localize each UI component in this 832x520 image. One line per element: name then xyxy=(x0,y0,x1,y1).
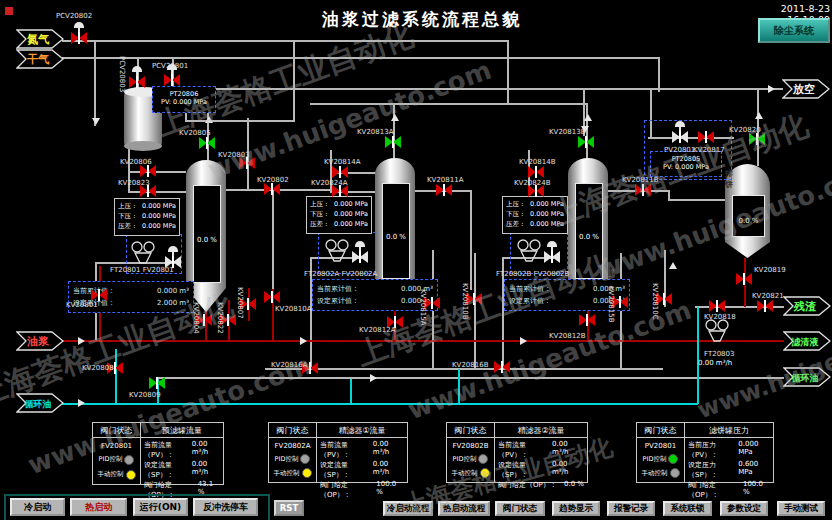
valve-stem-bar xyxy=(339,166,341,178)
valve-kv20811b[interactable] xyxy=(635,184,651,196)
pid-control-indicator[interactable]: PID控制 xyxy=(275,454,311,464)
valve-kv20818[interactable] xyxy=(709,300,725,312)
pid-control-indicator[interactable]: PID控制 xyxy=(643,454,679,464)
control-mode-column: FV20801PID控制手动控制 xyxy=(93,438,141,484)
valve-kv20801[interactable] xyxy=(91,289,107,301)
cold-start-flow-button[interactable]: 冷启动流程 xyxy=(383,501,433,516)
manual-control-indicator[interactable]: 手动控制 xyxy=(642,468,680,478)
pressure-row: 上压：0.000 MPa xyxy=(310,199,368,209)
actuator-stem xyxy=(359,247,361,251)
valve-stem-bar xyxy=(443,184,445,196)
manual-test-button[interactable]: 手动测试 xyxy=(777,501,825,516)
valve-stem-bar xyxy=(473,293,475,305)
value-label: 阀门给定（OP）： xyxy=(688,480,743,500)
backflush-stop-button[interactable]: 反冲洗停车 xyxy=(193,498,258,516)
valve-shape xyxy=(717,300,725,312)
valve-stem-bar xyxy=(247,298,249,310)
valve-shape xyxy=(643,184,651,196)
valve-kv20806[interactable] xyxy=(140,165,156,177)
run-on-button[interactable]: 运行(ON) xyxy=(133,498,188,516)
valve-kv20811a[interactable] xyxy=(436,184,452,196)
valve-kv20809[interactable] xyxy=(149,377,165,389)
kv20806-label: KV20806 xyxy=(120,158,152,166)
pressure-label: 上压： xyxy=(506,199,526,209)
valve-pcv20803[interactable] xyxy=(129,76,145,88)
flow-arrow-icon xyxy=(755,112,763,119)
flow-arrow-icon xyxy=(92,118,100,125)
valve-pv20801[interactable] xyxy=(672,131,688,143)
pid-control-indicator[interactable]: PID控制 xyxy=(453,454,489,464)
flow-arrow-icon xyxy=(370,374,377,382)
dust-system-button[interactable]: 除尘系统 xyxy=(758,18,830,43)
hot-start-button[interactable]: 热启动 xyxy=(70,498,127,516)
pressure-value: 0.000 MPa xyxy=(142,221,176,231)
panel-title: 精滤器①流量 xyxy=(317,423,407,437)
v-inner-window: 0.0 % xyxy=(732,195,765,237)
vessel-dome xyxy=(186,160,226,176)
alarm-record-button[interactable]: 报警记录 xyxy=(607,501,655,516)
valve-kv20805[interactable] xyxy=(199,137,215,149)
valve-kv20814a[interactable] xyxy=(332,166,348,178)
manual-control-indicator[interactable]: 手动控制 xyxy=(274,468,312,478)
pressure-value: 0.000 MPa xyxy=(530,219,564,229)
io-arrow-vent-outlet: 放空 xyxy=(782,79,830,103)
valve-stem-bar xyxy=(716,300,718,312)
valve-kv20812b[interactable] xyxy=(579,314,595,326)
valve-fv20801[interactable] xyxy=(165,256,181,268)
valve-status-button[interactable]: 阀门状态 xyxy=(495,501,545,516)
valve-stem-bar xyxy=(642,184,644,196)
valve-shape xyxy=(99,289,107,301)
value-number: 0.00 m³/h xyxy=(373,440,404,460)
vessel-dome xyxy=(375,158,415,174)
valve-pcv20802[interactable] xyxy=(71,32,87,44)
pipe-line xyxy=(94,40,96,126)
pcv20803-label: PCV20803 xyxy=(118,56,126,92)
valve-fv20802a[interactable] xyxy=(352,251,368,263)
pipe-line xyxy=(185,120,295,122)
valve-tag: FV20802B xyxy=(453,442,489,450)
kv20801-label: KV20801 xyxy=(66,301,98,309)
cold-start-button[interactable]: 冷启动 xyxy=(10,498,65,516)
parameter-setting-button[interactable]: 参数设定 xyxy=(720,501,768,516)
manual-control-indicator[interactable]: 手动控制 xyxy=(98,470,136,480)
trend-display-button[interactable]: 趋势显示 xyxy=(552,501,600,516)
valve-kv20802[interactable] xyxy=(264,183,280,195)
valve-fv20802b[interactable] xyxy=(544,251,560,263)
valve-shape xyxy=(587,314,595,326)
rst-button[interactable]: RST xyxy=(274,500,304,516)
svg-text:循环油: 循环油 xyxy=(791,373,819,383)
valve-kv20816b[interactable] xyxy=(494,361,510,373)
pt-box-pt20806: PT20806PV: 0.000 MPa xyxy=(152,86,216,113)
valve-kv20817[interactable] xyxy=(698,131,714,143)
valve-kv20813a[interactable] xyxy=(385,136,401,148)
panel-values: 当前流量（PV）：0.00 m³/h设定流量（SP）：0.00 m³/h阀门给定… xyxy=(141,438,223,484)
status-panel-body: FV20802APID控制手动控制当前流量（PV）：0.00 m³/h设定流量（… xyxy=(269,438,407,482)
valve-status-header: 阀门状态 xyxy=(637,423,685,437)
value-row: 阀门给定（OP）：100.0 % xyxy=(688,480,770,500)
v-inner-window: 0.0 % xyxy=(193,185,221,283)
valve-shape xyxy=(552,251,560,263)
value-label: 当前流量（PV）： xyxy=(144,440,192,460)
valve-pcv20801[interactable] xyxy=(164,74,180,86)
pid-control-indicator[interactable]: PID控制 xyxy=(99,455,135,465)
pressure-row: 下压：0.000 MPa xyxy=(118,211,176,221)
actuator-dome-icon xyxy=(132,66,142,72)
hot-start-flow-button[interactable]: 热启动流程 xyxy=(438,501,490,516)
status-panel-header: 阀门状态滤饼罐压力 xyxy=(637,423,773,438)
status-panel-3: 阀门状态精滤器②流量FV20802BPID控制手动控制当前流量（PV）：0.00… xyxy=(446,422,588,483)
panel-values: 当前流量（PV）：0.00 m³/h设定流量（SP）：0.00 m³/h阀门给定… xyxy=(317,438,407,482)
system-interlock-button[interactable]: 系统联锁 xyxy=(663,501,712,516)
manual-control-indicator[interactable]: 手动控制 xyxy=(452,468,490,478)
valve-kv20813b[interactable] xyxy=(578,136,594,148)
valve-kv20819[interactable] xyxy=(736,273,752,285)
status-panel-body: FV20801PID控制手动控制当前流量（PV）：0.00 m³/h设定流量（S… xyxy=(93,438,223,484)
valve-kv20820[interactable] xyxy=(749,133,765,145)
valve-stem-bar xyxy=(206,137,208,149)
panel-values: 当前压力（PV）：0.000 MPa设定压力（SP）：0.600 MPa阀门给定… xyxy=(685,438,773,482)
valve-kv20810a[interactable] xyxy=(264,291,280,303)
vessel-level-value: 0.0 % xyxy=(194,236,220,244)
valve-shape xyxy=(172,74,180,86)
valve-stem-bar xyxy=(764,300,766,312)
valve-kv20821[interactable] xyxy=(757,300,773,312)
valve-kv20814b[interactable] xyxy=(528,166,544,178)
